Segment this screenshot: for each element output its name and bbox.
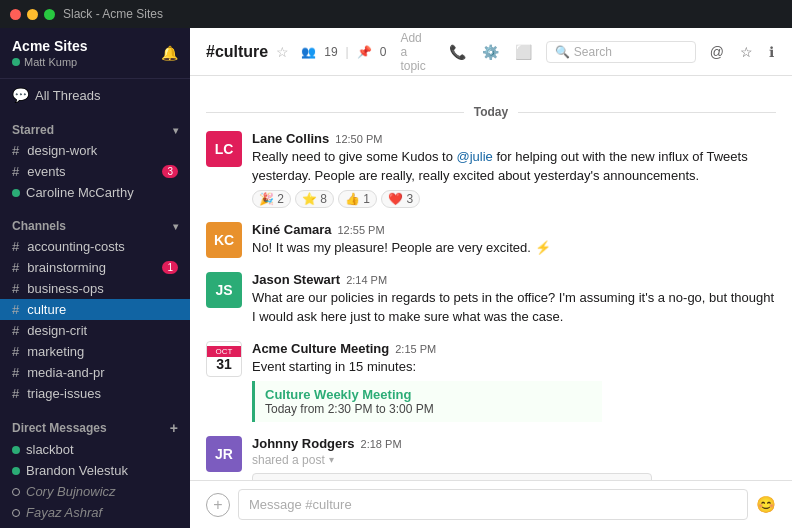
- message-body: Kiné Camara 12:55 PM No! It was my pleas…: [252, 222, 776, 258]
- emoji-reactions: 🎉 2 ⭐ 8 👍 1 ❤️ 3: [252, 190, 776, 208]
- dm-fayaz[interactable]: Fayaz Ashraf: [0, 502, 190, 523]
- hash-icon: #: [12, 164, 19, 179]
- message-input[interactable]: Message #culture: [238, 489, 748, 520]
- chevron-icon: ▾: [173, 125, 178, 136]
- sidebar-item-culture[interactable]: # culture: [0, 299, 190, 320]
- message-text: Event starting in 15 minutes:: [252, 358, 776, 377]
- emoji-button[interactable]: 😊: [756, 495, 776, 514]
- hash-icon: #: [12, 143, 19, 158]
- dm-label: slackbot: [26, 442, 74, 457]
- workspace-name: Acme Sites: [12, 38, 161, 54]
- channel-label: design-work: [27, 143, 97, 158]
- message-time: 2:18 PM: [361, 438, 402, 450]
- phone-icon[interactable]: 📞: [447, 42, 468, 62]
- message-acme-meeting: OCT 31 Acme Culture Meeting 2:15 PM Even…: [206, 341, 776, 422]
- reaction-star[interactable]: ⭐ 8: [295, 190, 334, 208]
- dm-lane-pavel[interactable]: Lane, Pavel: [0, 523, 190, 528]
- message-author[interactable]: Jason Stewart: [252, 272, 340, 287]
- message-header: Kiné Camara 12:55 PM: [252, 222, 776, 237]
- all-threads-button[interactable]: 💬 All Threads: [0, 83, 190, 107]
- bell-icon[interactable]: 🔔: [161, 45, 178, 61]
- message-author[interactable]: Lane Collins: [252, 131, 329, 146]
- presence-dot: [12, 467, 20, 475]
- dm-slackbot[interactable]: slackbot: [0, 439, 190, 460]
- chevron-icon: ▾: [173, 221, 178, 232]
- date-divider: Today: [206, 104, 776, 119]
- sidebar-item-events[interactable]: # events 3: [0, 161, 190, 182]
- message-body: Lane Collins 12:50 PM Really need to giv…: [252, 131, 776, 208]
- message-kine: KC Kiné Camara 12:55 PM No! It was my pl…: [206, 222, 776, 258]
- dm-cory[interactable]: Cory Bujnowicz: [0, 481, 190, 502]
- add-attachment-button[interactable]: +: [206, 493, 230, 517]
- bookmark-icon[interactable]: ☆: [738, 42, 755, 62]
- message-time: 2:15 PM: [395, 343, 436, 355]
- sidebar-item-brainstorming[interactable]: # brainstorming 1: [0, 257, 190, 278]
- user-status-dot: [12, 58, 20, 66]
- avatar: JR: [206, 436, 242, 472]
- dm-label: Caroline McCarthy: [26, 185, 134, 200]
- presence-dot: [12, 189, 20, 197]
- reaction-heart[interactable]: ❤️ 3: [381, 190, 420, 208]
- reaction-party[interactable]: 🎉 2: [252, 190, 291, 208]
- sidebar-item-caroline[interactable]: Caroline McCarthy: [0, 182, 190, 203]
- search-icon: 🔍: [555, 45, 570, 59]
- hash-icon: #: [12, 323, 19, 338]
- gear-icon[interactable]: ⚙️: [480, 42, 501, 62]
- hash-icon: #: [12, 365, 19, 380]
- add-dm-icon[interactable]: +: [170, 420, 178, 436]
- date-label: Today: [464, 105, 518, 119]
- channel-header: #culture ☆ 👥 19 | 📌 0 Add a topic 📞 ⚙️ ⬜…: [190, 28, 792, 76]
- channel-label: brainstorming: [27, 260, 106, 275]
- add-topic-link[interactable]: Add a topic: [400, 31, 430, 73]
- sidebar-item-triage-issues[interactable]: # triage-issues: [0, 383, 190, 404]
- sidebar-item-media-and-pr[interactable]: # media-and-pr: [0, 362, 190, 383]
- dropdown-arrow[interactable]: ▾: [329, 454, 334, 465]
- event-title-link[interactable]: Culture Weekly Meeting: [265, 387, 411, 402]
- workspace-user: Matt Kump: [12, 56, 161, 68]
- mention[interactable]: @julie: [457, 149, 493, 164]
- dm-label: Brandon Velestuk: [26, 463, 128, 478]
- message-header: Acme Culture Meeting 2:15 PM: [252, 341, 776, 356]
- sidebar-item-design-work[interactable]: # design-work: [0, 140, 190, 161]
- channel-label: culture: [27, 302, 66, 317]
- close-button[interactable]: [10, 9, 21, 20]
- maximize-button[interactable]: [44, 9, 55, 20]
- window-title: Slack - Acme Sites: [63, 7, 163, 21]
- reaction-thumbs[interactable]: 👍 1: [338, 190, 377, 208]
- avatar: JS: [206, 272, 242, 308]
- star-icon[interactable]: ☆: [276, 44, 289, 60]
- message-author[interactable]: Kiné Camara: [252, 222, 331, 237]
- message-time: 2:14 PM: [346, 274, 387, 286]
- sidebar-item-business-ops[interactable]: # business-ops: [0, 278, 190, 299]
- window-controls[interactable]: [10, 9, 55, 20]
- info-icon[interactable]: ℹ: [767, 42, 776, 62]
- sidebar-item-accounting-costs[interactable]: # accounting-costs: [0, 236, 190, 257]
- workspace-header[interactable]: Acme Sites Matt Kump 🔔: [0, 28, 190, 79]
- message-author[interactable]: Johnny Rodgers: [252, 436, 355, 451]
- sidebar-item-marketing[interactable]: # marketing: [0, 341, 190, 362]
- sidebar-item-design-crit[interactable]: # design-crit: [0, 320, 190, 341]
- main-content: #culture ☆ 👥 19 | 📌 0 Add a topic 📞 ⚙️ ⬜…: [190, 28, 792, 528]
- message-author[interactable]: Acme Culture Meeting: [252, 341, 389, 356]
- message-time: 12:55 PM: [337, 224, 384, 236]
- shared-post-card: 📄 Building Policies & Procedures Last ed…: [252, 473, 652, 480]
- at-icon[interactable]: @: [708, 42, 726, 62]
- dm-section-label[interactable]: Direct Messages +: [0, 412, 190, 439]
- search-placeholder: Search: [574, 45, 612, 59]
- message-header: Johnny Rodgers 2:18 PM: [252, 436, 776, 451]
- avatar: KC: [206, 222, 242, 258]
- channels-section-label[interactable]: Channels ▾: [0, 211, 190, 236]
- channel-label: media-and-pr: [27, 365, 104, 380]
- dm-brandon[interactable]: Brandon Velestuk: [0, 460, 190, 481]
- layout-icon[interactable]: ⬜: [513, 42, 534, 62]
- hash-icon: #: [12, 302, 19, 317]
- channel-title: #culture: [206, 43, 268, 61]
- workspace-info: Acme Sites Matt Kump: [12, 38, 161, 68]
- presence-dot: [12, 509, 20, 517]
- starred-section-label[interactable]: Starred ▾: [0, 115, 190, 140]
- presence-dot: [12, 488, 20, 496]
- starred-section: Starred ▾ # design-work # events 3 Carol…: [0, 111, 190, 207]
- message-text: No! It was my pleasure! People are very …: [252, 239, 776, 258]
- minimize-button[interactable]: [27, 9, 38, 20]
- channel-search[interactable]: 🔍 Search: [546, 41, 696, 63]
